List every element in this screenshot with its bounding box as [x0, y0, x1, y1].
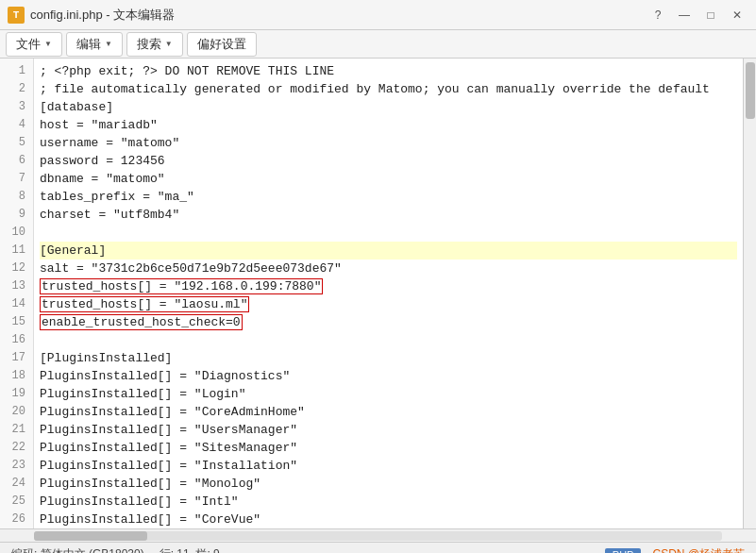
- code-line-2: ; file automatically generated or modifi…: [40, 80, 737, 98]
- code-line-15: enable_trusted_host_check=0: [40, 313, 737, 331]
- menu-search[interactable]: 搜索 ▼: [126, 32, 183, 57]
- menu-search-arrow: ▼: [165, 40, 173, 48]
- line-num-20: 20: [4, 403, 25, 421]
- code-line-16: [40, 331, 737, 349]
- code-area[interactable]: ; <?php exit; ?> DO NOT REMOVE THIS LINE…: [34, 59, 743, 528]
- app-icon: T: [8, 7, 25, 24]
- code-line-14: trusted_hosts[] = "laosu.ml": [40, 295, 737, 313]
- maximize-button[interactable]: □: [699, 6, 722, 25]
- code-line-25: PluginsInstalled[] = "Intl": [40, 493, 737, 511]
- line-num-7: 7: [4, 170, 25, 188]
- menu-file-arrow: ▼: [44, 40, 52, 48]
- line-num-21: 21: [4, 421, 25, 439]
- line-num-11: 11: [4, 242, 25, 260]
- language-badge: PHP: [605, 548, 642, 554]
- scrollbar-thumb[interactable]: [746, 62, 755, 119]
- line-num-14: 14: [4, 295, 25, 313]
- redbox-line-15: enable_trusted_host_check=0: [40, 314, 243, 330]
- line-num-17: 17: [4, 349, 25, 367]
- code-line-12: salt = "3731c2b6ce50d71e9b72d5eee073de67…: [40, 260, 737, 277]
- redbox-line-13: trusted_hosts[] = "192.168.0.199:7880": [40, 278, 323, 294]
- minimize-button[interactable]: —: [673, 6, 696, 25]
- code-line-20: PluginsInstalled[] = "CoreAdminHome": [40, 403, 737, 421]
- menu-file[interactable]: 文件 ▼: [6, 32, 62, 57]
- code-line-17: [PluginsInstalled]: [40, 349, 737, 367]
- code-line-8: tables_prefix = "ma_": [40, 188, 737, 206]
- line-num-8: 8: [4, 188, 25, 206]
- horizontal-scrollbar-thumb[interactable]: [34, 531, 147, 541]
- window-title: config.ini.php - 文本编辑器: [30, 7, 175, 24]
- code-line-7: dbname = "matomo": [40, 170, 737, 188]
- code-line-19: PluginsInstalled[] = "Login": [40, 385, 737, 403]
- line-numbers: 1234567891011121314151617181920212223242…: [0, 59, 34, 528]
- vertical-scrollbar[interactable]: [743, 59, 756, 528]
- user-info: CSDN @杨浦老苏: [652, 546, 745, 553]
- code-line-26: PluginsInstalled[] = "CoreVue": [40, 511, 737, 528]
- window-controls: ? — □ ✕: [647, 6, 748, 25]
- line-num-5: 5: [4, 134, 25, 152]
- code-line-10: [40, 224, 737, 242]
- line-num-26: 26: [4, 511, 25, 528]
- line-num-16: 16: [4, 331, 25, 349]
- title-bar: T config.ini.php - 文本编辑器 ? — □ ✕: [0, 0, 756, 30]
- line-num-15: 15: [4, 313, 25, 331]
- line-num-10: 10: [4, 224, 25, 242]
- line-num-9: 9: [4, 206, 25, 224]
- menu-prefs[interactable]: 偏好设置: [187, 32, 257, 57]
- horizontal-scrollbar-container: [0, 528, 756, 542]
- redbox-line-14: trusted_hosts[] = "laosu.ml": [40, 296, 249, 312]
- code-line-4: host = "mariadb": [40, 116, 737, 134]
- line-num-4: 4: [4, 116, 25, 134]
- code-line-22: PluginsInstalled[] = "SitesManager": [40, 439, 737, 457]
- menu-edit[interactable]: 编辑 ▼: [66, 32, 123, 57]
- editor-container: 1234567891011121314151617181920212223242…: [0, 59, 756, 528]
- line-num-22: 22: [4, 439, 25, 457]
- code-line-1: ; <?php exit; ?> DO NOT REMOVE THIS LINE: [40, 62, 737, 80]
- code-line-23: PluginsInstalled[] = "Installation": [40, 457, 737, 475]
- horizontal-scrollbar-track[interactable]: [34, 531, 722, 541]
- encoding-status: 编码: 简体中文 (GB18030): [11, 546, 144, 553]
- line-num-25: 25: [4, 493, 25, 511]
- code-line-18: PluginsInstalled[] = "Diagnostics": [40, 367, 737, 385]
- line-num-3: 3: [4, 98, 25, 116]
- line-num-2: 2: [4, 80, 25, 98]
- code-line-24: PluginsInstalled[] = "Monolog": [40, 475, 737, 493]
- title-bar-left: T config.ini.php - 文本编辑器: [8, 7, 175, 24]
- line-num-18: 18: [4, 367, 25, 385]
- status-left: 编码: 简体中文 (GB18030) 行: 11, 栏: 9: [11, 546, 220, 553]
- line-num-19: 19: [4, 385, 25, 403]
- line-num-1: 1: [4, 62, 25, 80]
- code-line-5: username = "matomo": [40, 134, 737, 152]
- code-line-21: PluginsInstalled[] = "UsersManager": [40, 421, 737, 439]
- code-line-3: [database]: [40, 98, 737, 116]
- status-right: PHP CSDN @杨浦老苏: [605, 546, 745, 553]
- menu-edit-arrow: ▼: [105, 40, 112, 48]
- line-num-13: 13: [4, 277, 25, 295]
- code-line-13: trusted_hosts[] = "192.168.0.199:7880": [40, 277, 737, 295]
- position-status: 行: 11, 栏: 9: [160, 546, 220, 553]
- code-line-6: password = 123456: [40, 152, 737, 170]
- code-line-9: charset = "utf8mb4": [40, 206, 737, 224]
- code-line-11: [General]: [40, 242, 737, 260]
- line-num-6: 6: [4, 152, 25, 170]
- menu-bar: 文件 ▼ 编辑 ▼ 搜索 ▼ 偏好设置: [0, 30, 756, 59]
- status-bar: 编码: 简体中文 (GB18030) 行: 11, 栏: 9 PHP CSDN …: [0, 542, 756, 553]
- help-button[interactable]: ?: [647, 6, 669, 25]
- line-num-23: 23: [4, 457, 25, 475]
- line-num-24: 24: [4, 475, 25, 493]
- line-num-12: 12: [4, 260, 25, 277]
- close-button[interactable]: ✕: [726, 6, 748, 25]
